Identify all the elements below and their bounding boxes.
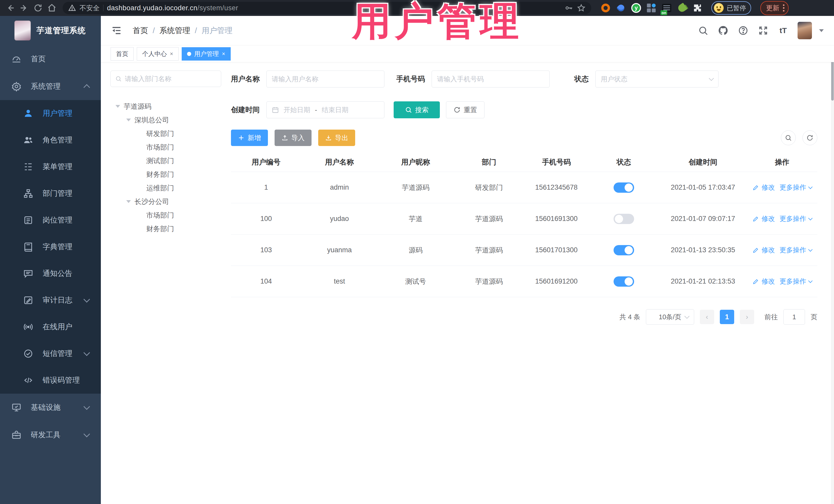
avatar-caret-down-icon[interactable] [819, 29, 824, 32]
chevron-down-icon[interactable] [808, 279, 812, 283]
extension-drop-icon[interactable] [616, 3, 626, 13]
sidebar-item-audit-log[interactable]: 审计日志 [0, 287, 101, 313]
sidebar-item-dict-mgmt[interactable]: 字典管理 [0, 234, 101, 260]
current-page-button[interactable]: 1 [720, 310, 734, 324]
browser-update-button[interactable]: 更新 [760, 1, 789, 15]
edit-link[interactable]: 修改 [762, 277, 775, 286]
font-size-icon[interactable]: tT [777, 25, 789, 36]
app-logo-row[interactable]: 芋道管理系统 [0, 16, 101, 45]
table-search-toggle-button[interactable] [781, 130, 796, 145]
search-button[interactable]: 搜索 [394, 101, 440, 118]
tab-profile[interactable]: 个人中心 × [137, 47, 179, 61]
sidebar-item-post-mgmt[interactable]: 岗位管理 [0, 207, 101, 234]
sidebar-item-system[interactable]: 系统管理 [0, 73, 101, 100]
page-size-select[interactable]: 10条/页 [646, 309, 694, 325]
more-actions-link[interactable]: 更多操作 [780, 183, 806, 192]
browser-profile-button[interactable]: 已暂停 [711, 1, 751, 15]
dept-search-input[interactable] [125, 75, 216, 83]
more-actions-link[interactable]: 更多操作 [780, 246, 806, 255]
extension-y-icon[interactable]: y [631, 3, 641, 13]
sidebar-item-role-mgmt[interactable]: 角色管理 [0, 127, 101, 153]
sidebar-item-menu-mgmt[interactable]: 菜单管理 [0, 153, 101, 180]
user-avatar[interactable] [797, 22, 812, 39]
sidebar-item-dept-mgmt[interactable]: 部门管理 [0, 180, 101, 207]
tree-node[interactable]: 研发部门 [110, 127, 174, 140]
browser-home-icon[interactable] [46, 2, 58, 14]
export-button[interactable]: 导出 [318, 130, 355, 146]
help-icon[interactable] [738, 25, 749, 36]
status-toggle[interactable] [614, 277, 634, 287]
bookmark-star-icon[interactable] [577, 4, 586, 12]
edit-link[interactable]: 修改 [762, 183, 775, 192]
tree-node[interactable]: 市场部门 [110, 209, 174, 222]
sidebar-item-dev-tools[interactable]: 研发工具 [0, 421, 101, 448]
sidebar-item-notice[interactable]: 通知公告 [0, 260, 101, 287]
tree-node-root[interactable]: 芋道源码 [110, 100, 174, 113]
github-icon[interactable] [718, 25, 729, 36]
add-button[interactable]: 新增 [231, 130, 268, 146]
sidebar-item-online-users[interactable]: 在线用户 [0, 313, 101, 340]
extensions-puzzle-icon[interactable] [692, 3, 703, 13]
date-range-picker[interactable]: 开始日期 - 结束日期 [266, 101, 385, 118]
chevron-down-icon[interactable] [808, 216, 812, 220]
tree-node[interactable]: 深圳总公司 [110, 113, 174, 127]
next-page-button[interactable]: › [740, 310, 754, 324]
extension-grid-icon[interactable] [646, 3, 656, 13]
extension-switch-icon[interactable]: on [662, 3, 672, 13]
tree-expand-caret-icon[interactable] [126, 118, 131, 122]
sidebar-item-error-code[interactable]: 错误码管理 [0, 367, 101, 394]
close-icon[interactable]: × [170, 50, 173, 57]
more-actions-link[interactable]: 更多操作 [780, 277, 806, 286]
prev-page-button[interactable]: ‹ [700, 310, 714, 324]
search-icon[interactable] [698, 25, 709, 36]
status-select[interactable]: 用户状态 [595, 70, 719, 88]
scrollbar[interactable] [831, 16, 834, 504]
goto-page-field[interactable] [784, 309, 805, 325]
username-input[interactable] [272, 75, 379, 83]
tree-node[interactable]: 测试部门 [110, 154, 174, 168]
browser-reload-icon[interactable] [32, 2, 44, 14]
dept-search-box[interactable] [110, 70, 221, 87]
sidebar-collapse-icon[interactable] [111, 25, 122, 36]
edit-link[interactable]: 修改 [762, 214, 775, 223]
tree-node[interactable]: 运维部门 [110, 181, 174, 195]
mobile-input[interactable] [437, 75, 544, 83]
breadcrumb-system[interactable]: 系统管理 [159, 25, 190, 36]
reset-button[interactable]: 重置 [446, 101, 484, 118]
password-key-icon[interactable] [565, 4, 573, 12]
close-icon[interactable]: × [222, 50, 225, 57]
extension-key-icon[interactable] [677, 3, 687, 13]
sidebar-item-infrastructure[interactable]: 基础设施 [0, 394, 101, 421]
import-button[interactable]: 导入 [275, 130, 311, 146]
chevron-down-icon[interactable] [808, 184, 812, 189]
tree-node[interactable]: 财务部门 [110, 168, 174, 181]
tree-expand-caret-icon[interactable] [126, 200, 131, 203]
sidebar-item-home[interactable]: 首页 [0, 45, 101, 73]
tree-node[interactable]: 长沙分公司 [110, 195, 174, 209]
chevron-down-icon[interactable] [808, 247, 812, 251]
tree-node[interactable]: 财务部门 [110, 222, 174, 236]
sidebar-item-sms-mgmt[interactable]: 短信管理 [0, 340, 101, 367]
browser-menu-kebab-icon[interactable] [783, 4, 785, 12]
fullscreen-icon[interactable] [758, 25, 769, 36]
status-toggle[interactable] [614, 245, 634, 255]
tree-node[interactable]: 市场部门 [110, 140, 174, 154]
status-toggle[interactable] [614, 214, 634, 224]
sidebar-item-user-mgmt[interactable]: 用户管理 [0, 100, 101, 127]
extension-ubuntu-icon[interactable] [600, 3, 611, 13]
tab-home[interactable]: 首页 [111, 47, 134, 61]
table-refresh-button[interactable] [803, 130, 817, 145]
breadcrumb-home[interactable]: 首页 [133, 25, 148, 36]
date-start-placeholder: 开始日期 [284, 106, 310, 114]
tab-user-mgmt[interactable]: 用户管理 × [182, 47, 231, 61]
more-actions-link[interactable]: 更多操作 [780, 214, 806, 223]
browser-back-icon[interactable] [5, 2, 16, 14]
status-toggle[interactable] [614, 182, 634, 193]
edit-link[interactable]: 修改 [762, 246, 775, 255]
goto-page-input[interactable] [784, 309, 805, 324]
browser-forward-icon[interactable] [19, 2, 30, 14]
mobile-field[interactable] [432, 70, 550, 88]
goto-label: 前往 [765, 312, 778, 322]
username-field[interactable] [266, 70, 385, 88]
tree-expand-caret-icon[interactable] [115, 105, 120, 108]
